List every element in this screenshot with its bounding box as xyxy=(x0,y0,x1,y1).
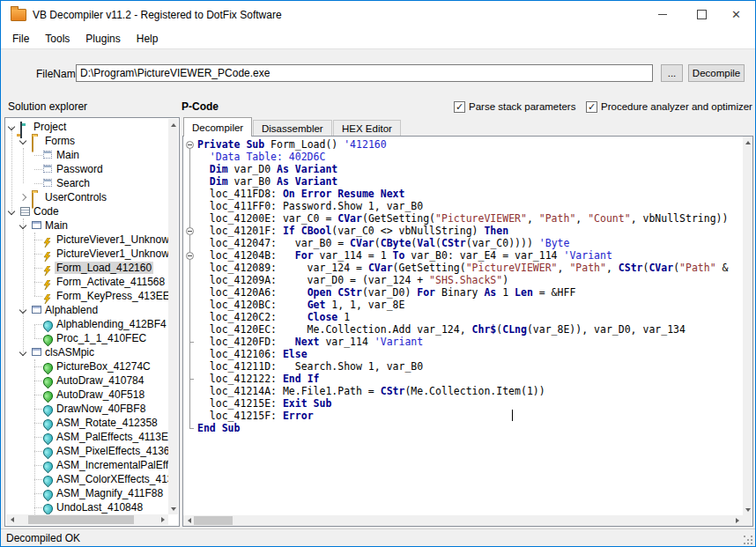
code-line[interactable]: loc_412106: Else xyxy=(197,348,308,360)
browse-button[interactable]: ... xyxy=(661,64,683,82)
code-line[interactable]: loc_41214A: Me.File1.Path = CStr(Me.Coll… xyxy=(197,385,545,397)
close-button[interactable]: ✕ xyxy=(716,1,756,28)
tree-item-search[interactable]: Search xyxy=(5,176,168,190)
tree-item-label[interactable]: UndoLast_410848 xyxy=(55,501,145,514)
tree-item-pictureviever1_unknownev[interactable]: PictureViever1_UnknownEv xyxy=(5,233,168,247)
tree-item-alphablend[interactable]: Alphablend xyxy=(5,303,168,317)
tree-item-label[interactable]: Project xyxy=(32,121,68,133)
tree-item-label[interactable]: ASM_IncrementalPalEffect xyxy=(55,459,168,471)
tree-item-drawnow_40fbf8[interactable]: DrawNow_40FBF8 xyxy=(5,402,168,416)
tree-item-label[interactable]: ASM_PalEffects_4113E4 xyxy=(55,431,168,443)
tree-item-label[interactable]: AutoDraw_410784 xyxy=(55,374,145,387)
code-line[interactable]: loc_41215E: Exit Sub xyxy=(197,397,331,410)
code-line[interactable]: loc_4120A6: Open CStr(var_D0) For Binary… xyxy=(197,286,575,299)
scrollbar-thumb[interactable] xyxy=(194,516,233,525)
fold-collapse-icon[interactable] xyxy=(186,227,194,235)
tree-item-code[interactable]: Code xyxy=(5,204,168,218)
code-line[interactable]: Dim var_B0 As Variant xyxy=(197,175,337,188)
chevron-right-icon[interactable] xyxy=(19,194,26,201)
code-line[interactable]: loc_4120EC: Me.Collection.Add var_124, C… xyxy=(197,323,686,336)
scrollbar-thumb[interactable] xyxy=(28,515,134,524)
solution-tree[interactable]: ProjectFormsMainPasswordSearchUserContro… xyxy=(5,118,168,514)
fold-collapse-icon[interactable] xyxy=(186,252,194,260)
code-line[interactable]: loc_411FF0: Password.Show 1, var_B0 xyxy=(197,200,423,212)
code-line[interactable]: loc_4120FD: Next var_114 'Variant xyxy=(197,336,423,348)
tree-item-label[interactable]: DrawNow_40FBF8 xyxy=(55,403,147,415)
tree-horizontal-scrollbar[interactable] xyxy=(6,514,168,525)
code-editor[interactable]: Private Sub Form_Load() '412160 'Data Ta… xyxy=(183,137,742,514)
code-line[interactable]: loc_412122: End If xyxy=(197,373,319,385)
tree-item-label[interactable]: PictureViever1_UnknownEv xyxy=(55,233,168,246)
code-line[interactable]: 'Data Table: 402D6C xyxy=(197,151,325,163)
tree-item-pictureviever1_unknownev[interactable]: PictureViever1_UnknownEv xyxy=(5,247,168,261)
checkbox-icon[interactable]: ✓ xyxy=(454,101,465,113)
tree-item-form_keypress_413ee8[interactable]: Form_KeyPress_413EE8 xyxy=(5,289,168,303)
code-line[interactable]: loc_412089: var_124 = CVar(GetSetting("P… xyxy=(197,262,728,274)
tree-item-label[interactable]: Form_KeyPress_413EE8 xyxy=(55,290,168,302)
tree-item-project[interactable]: Project xyxy=(5,120,168,134)
tree-item-label[interactable]: Main xyxy=(43,219,70,232)
code-line[interactable]: loc_41200E: var_C0 = CVar(GetSetting("Pi… xyxy=(197,212,728,225)
option-1[interactable]: ✓Procedure analyzer and optimizer xyxy=(586,100,752,114)
tree-item-label[interactable]: PictureViever1_UnknownEv xyxy=(55,248,168,260)
tree-item-asm_rotate_412358[interactable]: ASM_Rotate_412358 xyxy=(5,416,168,430)
tree-item-label[interactable]: Search xyxy=(55,177,92,189)
tree-item-usercontrols[interactable]: UserControls xyxy=(5,190,168,204)
chevron-down-icon[interactable] xyxy=(8,123,15,130)
code-vertical-scrollbar[interactable] xyxy=(743,137,752,515)
fold-collapse-icon[interactable] xyxy=(186,141,194,149)
code-line[interactable]: loc_41215F: Error xyxy=(197,410,314,422)
resize-grip[interactable] xyxy=(743,536,752,545)
code-line[interactable]: Private Sub Form_Load() '412160 xyxy=(197,138,387,151)
tree-item-asm_paleffects_4113e4[interactable]: ASM_PalEffects_4113E4 xyxy=(5,430,168,444)
tree-item-label[interactable]: Code xyxy=(32,205,61,218)
tree-item-label[interactable]: Password xyxy=(55,163,105,175)
tree-item-main[interactable]: Main xyxy=(5,218,168,233)
tree-item-autodraw_40f518[interactable]: AutoDraw_40F518 xyxy=(5,388,168,402)
code-line[interactable]: loc_4120BC: Get 1, 1, var_8E xyxy=(197,299,404,311)
tree-item-asm_colorxeffects_41336[interactable]: ASM_ColorXEffects_41336 xyxy=(5,472,168,486)
checkbox-icon[interactable]: ✓ xyxy=(586,101,597,113)
tree-item-label[interactable]: ASM_Rotate_412358 xyxy=(55,417,159,429)
menu-plugins[interactable]: Plugins xyxy=(78,30,128,48)
tab-hex-editor[interactable]: HEX Editor xyxy=(333,120,401,137)
tree-item-label[interactable]: PictureBox_41274C xyxy=(55,360,152,373)
tab-decompiler[interactable]: Decompiler xyxy=(183,117,252,137)
chevron-down-icon[interactable] xyxy=(8,208,15,215)
code-line[interactable]: loc_4120C2: Close 1 xyxy=(197,311,350,323)
tab-disassembler[interactable]: Disassembler xyxy=(253,120,332,137)
chevron-down-icon[interactable] xyxy=(19,349,26,356)
chevron-down-icon[interactable] xyxy=(19,222,26,229)
chevron-down-icon[interactable] xyxy=(19,307,26,314)
minimize-button[interactable] xyxy=(642,1,682,28)
tree-vertical-scrollbar[interactable] xyxy=(168,119,178,514)
tree-item-label[interactable]: Main xyxy=(55,149,81,161)
code-line[interactable]: loc_41209A: var_D0 = (var_124 + "SHS.Sha… xyxy=(197,274,508,286)
tree-item-form_activate_411568[interactable]: Form_Activate_411568 xyxy=(5,275,168,289)
tree-item-label[interactable]: Alphablend xyxy=(43,304,100,316)
code-line[interactable]: loc_41211D: Search.Show 1, var_B0 xyxy=(197,360,423,373)
code-line[interactable]: loc_412047: var_B0 = CVar(CByte(Val(CStr… xyxy=(197,237,569,249)
tree-item-main[interactable]: Main xyxy=(5,148,168,162)
menu-tools[interactable]: Tools xyxy=(37,30,78,48)
filename-input[interactable] xyxy=(76,64,653,82)
tree-item-asm_pixeleffects_413614[interactable]: ASM_PixelEffects_413614 xyxy=(5,444,168,458)
decompile-button[interactable]: Decompile xyxy=(688,64,745,82)
tree-item-undolast_410848[interactable]: UndoLast_410848 xyxy=(5,500,168,514)
code-line[interactable]: loc_41201F: If CBool(var_C0 <> vbNullStr… xyxy=(197,225,508,237)
tree-item-asm_incrementalpaleffect[interactable]: ASM_IncrementalPalEffect xyxy=(5,458,168,472)
tree-item-autodraw_410784[interactable]: AutoDraw_410784 xyxy=(5,373,168,388)
tree-item-label[interactable]: UserControls xyxy=(43,191,108,203)
code-horizontal-scrollbar[interactable] xyxy=(183,515,743,526)
code-line[interactable]: End Sub xyxy=(197,422,240,434)
tree-item-label[interactable]: Form_Activate_411568 xyxy=(55,276,167,288)
tree-item-label[interactable]: Forms xyxy=(43,135,77,147)
tree-item-password[interactable]: Password xyxy=(5,162,168,176)
tree-item-proc_1_1_410fec[interactable]: Proc_1_1_410FEC xyxy=(5,331,168,345)
tree-item-asm_magnify_411f88[interactable]: ASM_Magnify_411F88 xyxy=(5,486,168,500)
code-line[interactable]: loc_41204B: For var_114 = 1 To var_B0: v… xyxy=(197,249,612,262)
tree-item-label[interactable]: Alphablending_412BF4 xyxy=(55,318,168,330)
tree-item-label[interactable]: AutoDraw_40F518 xyxy=(55,388,146,401)
code-line[interactable]: Dim var_D0 As Variant xyxy=(197,163,337,175)
tree-item-label[interactable]: Form_Load_412160 xyxy=(55,262,153,274)
